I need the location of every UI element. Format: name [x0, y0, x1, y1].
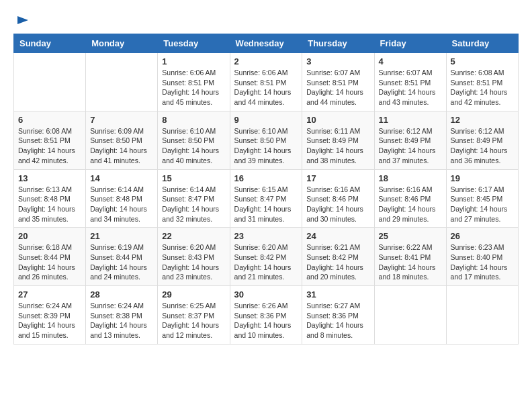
day-info: Sunrise: 6:07 AM Sunset: 8:51 PM Dayligh… [379, 68, 442, 107]
day-info: Sunrise: 6:14 AM Sunset: 8:48 PM Dayligh… [90, 185, 153, 224]
calendar-cell: 12Sunrise: 6:12 AM Sunset: 8:49 PM Dayli… [446, 111, 518, 169]
day-info: Sunrise: 6:23 AM Sunset: 8:40 PM Dayligh… [451, 242, 514, 282]
day-number: 31 [306, 289, 369, 300]
logo-flag-icon [15, 13, 31, 30]
calendar-table: SundayMondayTuesdayWednesdayThursdayFrid… [13, 34, 519, 345]
calendar-cell: 9Sunrise: 6:10 AM Sunset: 8:50 PM Daylig… [230, 111, 302, 169]
day-info: Sunrise: 6:26 AM Sunset: 8:36 PM Dayligh… [234, 301, 298, 340]
calendar-cell: 13Sunrise: 6:13 AM Sunset: 8:48 PM Dayli… [14, 169, 86, 228]
day-info: Sunrise: 6:18 AM Sunset: 8:44 PM Dayligh… [18, 242, 81, 282]
day-number: 26 [451, 231, 514, 241]
calendar-cell: 11Sunrise: 6:12 AM Sunset: 8:49 PM Dayli… [374, 111, 446, 169]
day-info: Sunrise: 6:14 AM Sunset: 8:47 PM Dayligh… [162, 185, 225, 224]
calendar-cell: 19Sunrise: 6:17 AM Sunset: 8:45 PM Dayli… [446, 169, 518, 228]
calendar-cell: 30Sunrise: 6:26 AM Sunset: 8:36 PM Dayli… [230, 286, 302, 345]
calendar-cell: 27Sunrise: 6:24 AM Sunset: 8:39 PM Dayli… [14, 286, 86, 345]
calendar-cell: 16Sunrise: 6:15 AM Sunset: 8:47 PM Dayli… [230, 169, 302, 228]
day-info: Sunrise: 6:15 AM Sunset: 8:47 PM Dayligh… [234, 185, 298, 224]
page-header [13, 13, 519, 27]
calendar-cell: 18Sunrise: 6:16 AM Sunset: 8:46 PM Dayli… [374, 169, 446, 228]
day-number: 1 [162, 56, 225, 66]
calendar-cell: 3Sunrise: 6:07 AM Sunset: 8:51 PM Daylig… [302, 53, 374, 111]
calendar-cell: 5Sunrise: 6:08 AM Sunset: 8:51 PM Daylig… [446, 53, 518, 111]
calendar-cell: 17Sunrise: 6:16 AM Sunset: 8:46 PM Dayli… [302, 169, 374, 228]
calendar-cell: 21Sunrise: 6:19 AM Sunset: 8:44 PM Dayli… [86, 228, 158, 286]
weekday-header-monday: Monday [86, 34, 158, 53]
weekday-header-sunday: Sunday [14, 34, 86, 53]
day-number: 12 [451, 115, 514, 125]
day-number: 11 [379, 115, 442, 125]
calendar-cell: 7Sunrise: 6:09 AM Sunset: 8:50 PM Daylig… [86, 111, 158, 169]
calendar-cell: 20Sunrise: 6:18 AM Sunset: 8:44 PM Dayli… [14, 228, 86, 286]
day-info: Sunrise: 6:20 AM Sunset: 8:42 PM Dayligh… [234, 242, 298, 282]
day-number: 19 [451, 173, 514, 183]
day-number: 23 [234, 231, 298, 241]
calendar-cell: 14Sunrise: 6:14 AM Sunset: 8:48 PM Dayli… [86, 169, 158, 228]
weekday-header-tuesday: Tuesday [158, 34, 230, 53]
calendar-cell: 26Sunrise: 6:23 AM Sunset: 8:40 PM Dayli… [446, 228, 518, 286]
calendar-cell: 23Sunrise: 6:20 AM Sunset: 8:42 PM Dayli… [230, 228, 302, 286]
calendar-cell: 25Sunrise: 6:22 AM Sunset: 8:41 PM Dayli… [374, 228, 446, 286]
day-info: Sunrise: 6:21 AM Sunset: 8:42 PM Dayligh… [306, 242, 369, 282]
weekday-header-saturday: Saturday [446, 34, 518, 53]
day-number: 29 [162, 289, 225, 300]
day-number: 9 [234, 115, 298, 125]
day-number: 30 [234, 289, 298, 300]
day-info: Sunrise: 6:16 AM Sunset: 8:46 PM Dayligh… [379, 185, 442, 224]
day-number: 27 [18, 289, 81, 300]
calendar-cell: 24Sunrise: 6:21 AM Sunset: 8:42 PM Dayli… [302, 228, 374, 286]
calendar-week-row: 13Sunrise: 6:13 AM Sunset: 8:48 PM Dayli… [14, 169, 519, 228]
calendar-cell: 29Sunrise: 6:25 AM Sunset: 8:37 PM Dayli… [158, 286, 230, 345]
day-number: 20 [18, 231, 81, 241]
day-number: 28 [90, 289, 153, 300]
day-number: 2 [234, 56, 298, 66]
calendar-cell [446, 286, 518, 345]
day-number: 18 [379, 173, 442, 183]
day-info: Sunrise: 6:17 AM Sunset: 8:45 PM Dayligh… [451, 185, 514, 224]
day-info: Sunrise: 6:10 AM Sunset: 8:50 PM Dayligh… [162, 126, 225, 166]
day-number: 4 [379, 56, 442, 66]
svg-marker-0 [17, 16, 28, 24]
day-info: Sunrise: 6:27 AM Sunset: 8:36 PM Dayligh… [306, 301, 369, 340]
calendar-week-row: 6Sunrise: 6:08 AM Sunset: 8:51 PM Daylig… [14, 111, 519, 169]
calendar-cell: 2Sunrise: 6:06 AM Sunset: 8:51 PM Daylig… [230, 53, 302, 111]
day-info: Sunrise: 6:24 AM Sunset: 8:39 PM Dayligh… [18, 301, 81, 340]
day-info: Sunrise: 6:06 AM Sunset: 8:51 PM Dayligh… [162, 68, 225, 107]
day-info: Sunrise: 6:22 AM Sunset: 8:41 PM Dayligh… [379, 242, 442, 282]
day-info: Sunrise: 6:20 AM Sunset: 8:43 PM Dayligh… [162, 242, 225, 282]
calendar-cell: 1Sunrise: 6:06 AM Sunset: 8:51 PM Daylig… [158, 53, 230, 111]
weekday-header-thursday: Thursday [302, 34, 374, 53]
day-number: 14 [90, 173, 153, 183]
day-info: Sunrise: 6:24 AM Sunset: 8:38 PM Dayligh… [90, 301, 153, 340]
day-info: Sunrise: 6:08 AM Sunset: 8:51 PM Dayligh… [451, 68, 514, 107]
day-number: 16 [234, 173, 298, 183]
day-info: Sunrise: 6:16 AM Sunset: 8:46 PM Dayligh… [306, 185, 369, 224]
calendar-week-row: 20Sunrise: 6:18 AM Sunset: 8:44 PM Dayli… [14, 228, 519, 286]
day-number: 21 [90, 231, 153, 241]
day-info: Sunrise: 6:13 AM Sunset: 8:48 PM Dayligh… [18, 185, 81, 224]
calendar-cell: 31Sunrise: 6:27 AM Sunset: 8:36 PM Dayli… [302, 286, 374, 345]
calendar-week-row: 1Sunrise: 6:06 AM Sunset: 8:51 PM Daylig… [14, 53, 519, 111]
calendar-cell [14, 53, 86, 111]
day-number: 5 [451, 56, 514, 66]
day-info: Sunrise: 6:12 AM Sunset: 8:49 PM Dayligh… [451, 126, 514, 166]
day-number: 25 [379, 231, 442, 241]
day-number: 8 [162, 115, 225, 125]
calendar-cell: 6Sunrise: 6:08 AM Sunset: 8:51 PM Daylig… [14, 111, 86, 169]
day-info: Sunrise: 6:06 AM Sunset: 8:51 PM Dayligh… [234, 68, 298, 107]
calendar-cell: 8Sunrise: 6:10 AM Sunset: 8:50 PM Daylig… [158, 111, 230, 169]
day-number: 17 [306, 173, 369, 183]
calendar-cell [374, 286, 446, 345]
logo [13, 13, 31, 27]
day-number: 24 [306, 231, 369, 241]
calendar-cell: 10Sunrise: 6:11 AM Sunset: 8:49 PM Dayli… [302, 111, 374, 169]
weekday-header-wednesday: Wednesday [230, 34, 302, 53]
day-number: 3 [306, 56, 369, 66]
day-info: Sunrise: 6:07 AM Sunset: 8:51 PM Dayligh… [306, 68, 369, 107]
calendar-week-row: 27Sunrise: 6:24 AM Sunset: 8:39 PM Dayli… [14, 286, 519, 345]
calendar-cell: 28Sunrise: 6:24 AM Sunset: 8:38 PM Dayli… [86, 286, 158, 345]
calendar-cell: 4Sunrise: 6:07 AM Sunset: 8:51 PM Daylig… [374, 53, 446, 111]
day-info: Sunrise: 6:19 AM Sunset: 8:44 PM Dayligh… [90, 242, 153, 282]
day-number: 6 [18, 115, 81, 125]
calendar-cell: 22Sunrise: 6:20 AM Sunset: 8:43 PM Dayli… [158, 228, 230, 286]
